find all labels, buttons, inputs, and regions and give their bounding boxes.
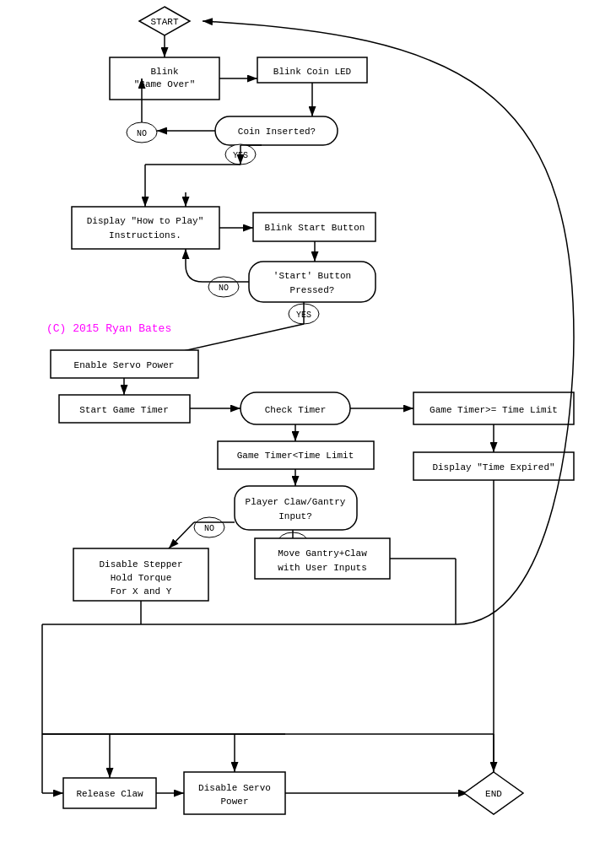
svg-line-29 xyxy=(169,522,194,548)
display-how-to-play-label1: Display "How to Play" xyxy=(87,216,204,226)
disable-stepper-label2: Hold Torque xyxy=(111,573,172,583)
game-timer-lt-label: Game Timer<Time Limit xyxy=(237,451,354,461)
disable-servo-power-node xyxy=(184,772,285,814)
check-timer-label: Check Timer xyxy=(265,405,327,415)
start-button-pressed-label2: Pressed? xyxy=(290,285,335,295)
release-claw-label: Release Claw xyxy=(76,789,143,799)
no1-label: NO xyxy=(137,129,147,138)
start-label: START xyxy=(150,17,178,27)
end-label: END xyxy=(485,789,502,799)
disable-stepper-label1: Disable Stepper xyxy=(99,559,182,570)
start-button-pressed-node xyxy=(249,262,376,302)
coin-inserted-label: Coin Inserted? xyxy=(238,127,316,137)
blink-game-over-label2: "Game Over" xyxy=(134,79,196,89)
move-gantry-label1: Move Gantry+Claw xyxy=(278,548,367,559)
enable-servo-power-label: Enable Servo Power xyxy=(74,360,175,370)
display-how-to-play-node xyxy=(72,207,219,249)
player-claw-label2: Input? xyxy=(278,511,312,521)
blink-game-over-node xyxy=(110,57,219,100)
display-time-expired-label: Display "Time Expired" xyxy=(432,462,554,472)
start-game-timer-label: Start Game Timer xyxy=(79,405,169,415)
disable-stepper-label3: For X and Y xyxy=(111,586,172,597)
disable-servo-power-label1: Disable Servo xyxy=(198,783,271,793)
player-claw-input-node xyxy=(235,486,357,530)
no2-label: NO xyxy=(219,284,229,293)
move-gantry-label2: with User Inputs xyxy=(278,563,367,573)
blink-coin-led-label: Blink Coin LED xyxy=(273,67,352,77)
display-how-to-play-label2: Instructions. xyxy=(109,230,181,240)
start-button-pressed-label1: 'Start' Button xyxy=(273,271,351,281)
disable-servo-power-label2: Power xyxy=(220,796,248,807)
blink-start-button-label: Blink Start Button xyxy=(265,223,365,233)
blink-game-over-label1: Blink xyxy=(150,67,178,77)
no3-label: NO xyxy=(204,524,214,533)
game-timer-gte-label: Game Timer>= Time Limit xyxy=(430,405,558,415)
player-claw-label1: Player Claw/Gantry xyxy=(246,497,346,507)
